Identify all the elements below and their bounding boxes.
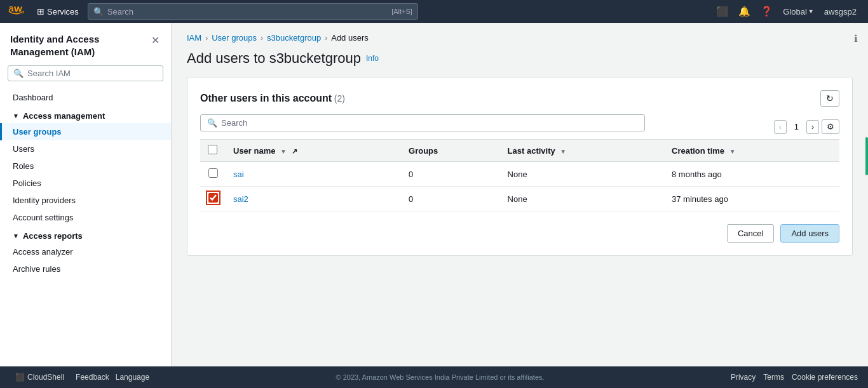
table-header-row: User name ▼ ↗ Groups Last activity ▼ C (200, 140, 839, 162)
global-search[interactable]: 🔍 [Alt+S] (88, 3, 418, 20)
sidebar-item-access-analyzer[interactable]: Access analyzer (0, 243, 171, 260)
sidebar-navigation: Dashboard ▼ Access management User group… (0, 89, 171, 366)
terminal-icon-btn[interactable]: ⬛ (712, 3, 732, 20)
table-search-box[interactable]: 🔍 (200, 114, 645, 131)
add-users-button[interactable]: Add users (780, 224, 839, 243)
row-1-groups: 0 (401, 162, 500, 187)
account-menu[interactable]: awsgsp2 (820, 7, 860, 17)
sidebar-item-users[interactable]: Users (0, 140, 171, 157)
table-toolbar: Other users in this account (2) ↻ (200, 90, 839, 107)
page-number: 1 (789, 120, 804, 133)
page-info-badge[interactable]: Info (366, 54, 379, 63)
bell-icon: 🔔 (738, 6, 750, 17)
table-row: sai 0 None 8 months ago (200, 162, 839, 187)
cancel-button[interactable]: Cancel (727, 224, 774, 243)
search-icon: 🔍 (93, 7, 104, 17)
breadcrumb-sep-1: › (205, 34, 208, 43)
privacy-link[interactable]: Privacy (731, 373, 756, 382)
users-table: User name ▼ ↗ Groups Last activity ▼ C (200, 139, 839, 211)
sidebar-item-roles[interactable]: Roles (0, 157, 171, 175)
table-search-input[interactable] (221, 118, 638, 128)
table-section-title: Other users in this account (200, 93, 332, 104)
global-info-icon[interactable]: ℹ (854, 33, 858, 44)
table-settings-button[interactable]: ⚙ (822, 119, 839, 134)
toolbar-right: ↻ (820, 90, 839, 107)
sidebar-access-reports-header[interactable]: ▼ Access reports (0, 226, 171, 243)
prev-page-button[interactable]: ‹ (774, 120, 787, 134)
sidebar-item-account-settings[interactable]: Account settings (0, 209, 171, 226)
sidebar-search-input[interactable] (27, 69, 158, 78)
users-card: Other users in this account (2) ↻ 🔍 ‹ (187, 77, 853, 256)
sort-icon-creation-time[interactable]: ▼ (729, 148, 736, 155)
next-page-button[interactable]: › (806, 120, 819, 134)
action-buttons-row: Cancel Add users (200, 224, 839, 243)
breadcrumb-iam[interactable]: IAM (187, 33, 201, 43)
terms-link[interactable]: Terms (763, 373, 784, 382)
row-1-checkbox[interactable] (208, 168, 218, 178)
feedback-link[interactable]: Feedback (76, 373, 109, 382)
breadcrumb-sep-3: › (325, 34, 327, 43)
row-1-creation-time: 8 months ago (664, 162, 839, 187)
breadcrumb: IAM › User groups › s3bucketgroup › Add … (187, 33, 853, 43)
row-2-username[interactable]: sai2 (226, 187, 401, 211)
page-title: Add users to s3bucketgroup Info (187, 50, 853, 67)
services-menu[interactable]: ⊞ Services (33, 6, 83, 17)
cloudshell-button[interactable]: ⬛ CloudShell (10, 370, 69, 384)
table-search-icon: 🔍 (207, 118, 217, 128)
terminal-icon: ⬛ (716, 6, 728, 17)
footer-copyright: © 2023, Amazon Web Services India Privat… (149, 373, 731, 381)
main-layout: Identity and Access Management (IAM) ✕ 🔍… (0, 23, 868, 366)
search-pagination-row: 🔍 ‹ 1 › ⚙ (200, 114, 839, 139)
search-shortcut: [Alt+S] (391, 8, 412, 15)
sidebar-item-identity-providers[interactable]: Identity providers (0, 192, 171, 209)
sidebar-item-dashboard[interactable]: Dashboard (0, 89, 171, 106)
cookie-link[interactable]: Cookie preferences (792, 373, 858, 382)
chevron-down-icon: ▼ (13, 232, 19, 239)
row-2-select-cell (200, 187, 226, 211)
footer-left: ⬛ CloudShell Feedback Language (10, 370, 149, 384)
row-2-checkbox[interactable] (208, 193, 218, 203)
sort-icon-username[interactable]: ▼ (280, 148, 287, 155)
terminal-icon: ⬛ (15, 373, 25, 382)
region-selector[interactable]: Global ▼ (779, 7, 818, 17)
pagination-controls: ‹ 1 › ⚙ (774, 119, 839, 134)
bell-icon-btn[interactable]: 🔔 (735, 3, 754, 20)
sidebar-search-box[interactable]: 🔍 (8, 65, 163, 81)
column-header-last-activity: Last activity ▼ (500, 140, 664, 162)
select-all-checkbox[interactable] (208, 145, 217, 154)
aws-logo (8, 5, 28, 18)
breadcrumb-user-groups[interactable]: User groups (212, 33, 257, 43)
row-1-last-activity: None (500, 162, 664, 187)
main-content: ℹ IAM › User groups › s3bucketgroup › Ad… (172, 23, 868, 366)
breadcrumb-group-name[interactable]: s3bucketgroup (267, 33, 321, 43)
column-header-username: User name ▼ ↗ (226, 140, 401, 162)
refresh-icon: ↻ (826, 93, 834, 104)
row-2-groups: 0 (401, 187, 500, 211)
sidebar-item-user-groups[interactable]: User groups (0, 123, 171, 140)
table-title-area: Other users in this account (2) (200, 93, 345, 104)
sidebar-item-policies[interactable]: Policies (0, 175, 171, 192)
row-1-username[interactable]: sai (226, 162, 401, 187)
refresh-button[interactable]: ↻ (820, 90, 839, 107)
sidebar: Identity and Access Management (IAM) ✕ 🔍… (0, 23, 172, 366)
select-all-header (200, 140, 226, 162)
sidebar-item-archive-rules[interactable]: Archive rules (0, 260, 171, 278)
sort-icon-last-activity[interactable]: ▼ (560, 148, 566, 155)
global-search-input[interactable] (107, 7, 388, 17)
help-icon-btn[interactable]: ❓ (757, 3, 776, 20)
footer: ⬛ CloudShell Feedback Language © 2023, A… (0, 366, 868, 388)
chevron-down-icon: ▼ (13, 112, 19, 119)
external-link-icon: ↗ (292, 147, 297, 155)
scroll-indicator (865, 137, 868, 175)
breadcrumb-sep-2: › (261, 34, 263, 43)
language-link[interactable]: Language (116, 373, 149, 382)
help-icon: ❓ (761, 6, 773, 17)
breadcrumb-current: Add users (331, 33, 369, 43)
table-row: sai2 0 None 37 minutes ago (200, 187, 839, 211)
footer-right: Privacy Terms Cookie preferences (731, 373, 858, 382)
nav-right-group: ⬛ 🔔 ❓ Global ▼ awsgsp2 (712, 3, 860, 20)
row-2-last-activity: None (500, 187, 664, 211)
column-header-groups: Groups (401, 140, 500, 162)
sidebar-close-button[interactable]: ✕ (150, 33, 161, 48)
sidebar-access-management-header[interactable]: ▼ Access management (0, 106, 171, 123)
